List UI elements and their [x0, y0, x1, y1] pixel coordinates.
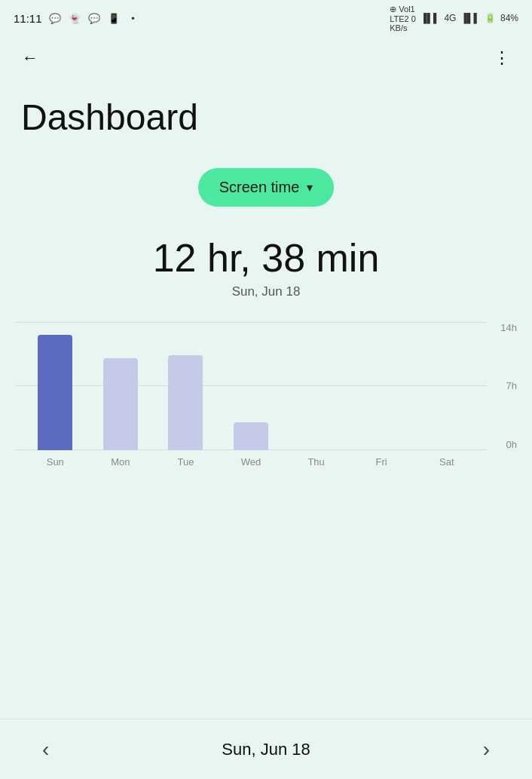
time-date: Sun, Jun 18 [0, 284, 532, 299]
status-bar: 11:11 💬 👻 💬 📱 • ⊕ Vol1LTE2 0KB/s ▐▌▌ 4G … [0, 0, 532, 33]
bar-group-fri [349, 322, 414, 450]
snapchat-icon: 👻 [68, 13, 81, 23]
more-button[interactable]: ⋮ [487, 43, 517, 73]
chart-y-labels: 14h 7h 0h [488, 322, 517, 450]
filter-section: Screen time ▾ [0, 153, 532, 214]
bar-group-sun [23, 322, 88, 450]
bar-sun [38, 335, 72, 450]
signal-bars-2: ▐▌▌ [460, 13, 480, 23]
x-label-wed: Wed [219, 456, 284, 468]
dropdown-arrow-icon: ▾ [307, 180, 313, 195]
x-label-sat: Sat [414, 456, 479, 468]
nav-current-date: Sun, Jun 18 [222, 740, 310, 759]
bottom-nav: ‹ Sun, Jun 18 › [0, 719, 532, 779]
x-label-fri: Fri [349, 456, 414, 468]
bar-tue [168, 355, 203, 450]
bar-group-sat [414, 322, 479, 450]
prev-button[interactable]: ‹ [30, 731, 61, 768]
more-icon: ⋮ [494, 48, 511, 68]
x-label-mon: Mon [88, 456, 154, 468]
messenger-icon: 💬 [87, 13, 101, 23]
x-label-tue: Tue [153, 456, 219, 468]
back-button[interactable]: ← [15, 43, 45, 73]
lte-indicator: ⊕ Vol1LTE2 0KB/s [390, 5, 416, 32]
status-left: 11:11 💬 👻 💬 📱 • [14, 12, 140, 25]
y-label-mid: 7h [506, 380, 517, 391]
whatsapp-icon: 💬 [48, 13, 62, 23]
battery-icon: 🔋 [485, 13, 496, 23]
bar-group-tue [153, 322, 219, 450]
time-value: 12 hr, 38 min [0, 237, 532, 280]
bar-group-thu [283, 322, 349, 450]
time-display-section: 12 hr, 38 min Sun, Jun 18 [0, 214, 532, 307]
y-label-bottom: 0h [506, 439, 517, 450]
bar-group-wed [219, 322, 284, 450]
status-right: ⊕ Vol1LTE2 0KB/s ▐▌▌ 4G ▐▌▌ 🔋 84% [390, 5, 518, 32]
back-arrow-icon: ← [22, 48, 38, 68]
screen-icon: 📱 [107, 13, 121, 23]
battery-level: 84% [500, 13, 518, 23]
page-title-section: Dashboard [0, 75, 532, 153]
bar-mon [103, 358, 138, 450]
status-time: 11:11 [14, 12, 42, 25]
screen-time-filter-button[interactable]: Screen time ▾ [198, 168, 335, 207]
lte-icon: ⊕ Vol1LTE2 0KB/s [390, 5, 416, 32]
y-label-top: 14h [500, 322, 517, 333]
dot-icon: • [127, 13, 140, 23]
chart-section: 14h 7h 0h [0, 307, 532, 480]
x-label-sun: Sun [23, 456, 88, 468]
screen-time-label: Screen time [219, 179, 300, 196]
x-label-thu: Thu [283, 456, 349, 468]
network-type: 4G [444, 13, 456, 23]
chart-x-labels: Sun Mon Tue Wed Thu Fri Sat [15, 452, 487, 473]
page-title: Dashboard [21, 98, 511, 138]
top-nav: ← ⋮ [0, 33, 532, 75]
chart-container: 14h 7h 0h [15, 322, 517, 473]
signal-bars: ▐▌▌ [420, 13, 440, 23]
chart-bars [15, 322, 487, 450]
next-button[interactable]: › [471, 731, 502, 768]
bar-group-mon [88, 322, 154, 450]
bar-wed [234, 422, 268, 450]
